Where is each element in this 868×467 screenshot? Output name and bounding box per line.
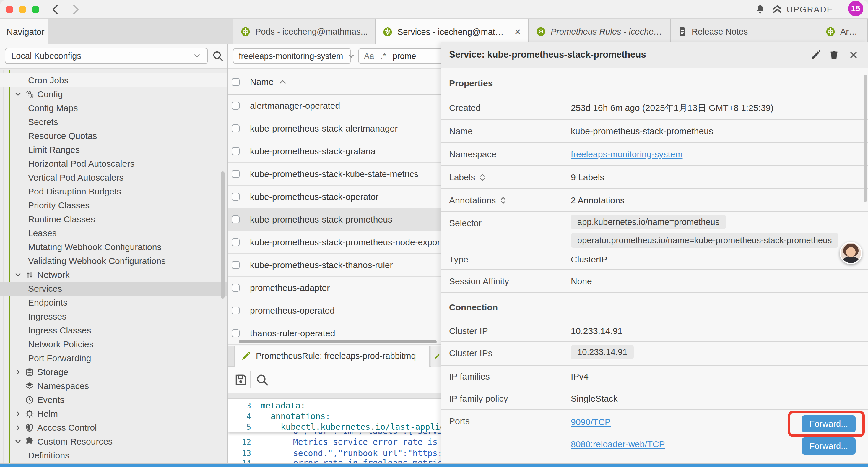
notifications-bell-icon[interactable]	[754, 4, 766, 15]
row-checkbox[interactable]	[231, 261, 240, 269]
editor-tab-next[interactable]	[431, 346, 441, 367]
row-checkbox[interactable]	[231, 284, 240, 292]
table-row[interactable]: kube-prometheus-stack-prometheus	[228, 208, 441, 231]
sidebar-item-config[interactable]: Config	[0, 87, 227, 101]
table-row[interactable]: kube-prometheus-stack-alertmanager	[228, 117, 441, 140]
tab-prometheus[interactable]: Prometheus Rules - icecheng...	[529, 19, 671, 44]
detail-scrollbar[interactable]	[864, 75, 867, 202]
sidebar-item-vertical-pod-autoscalers[interactable]: Vertical Pod Autoscalers	[0, 171, 227, 184]
table-row[interactable]: kube-prometheus-stack-grafana	[228, 140, 441, 163]
traffic-light-close[interactable]	[6, 6, 13, 13]
tab-pods[interactable]: Pods - icecheng@mathmas...	[234, 19, 375, 44]
sidebar-item-priority-classes[interactable]: Priority Classes	[0, 198, 227, 212]
sidebar-item-config-maps[interactable]: Config Maps	[0, 101, 227, 115]
table-row[interactable]: prometheus-adapter	[228, 276, 441, 299]
sidebar-item-endpoints[interactable]: Endpoints	[0, 296, 227, 310]
navigator-tab[interactable]: Navigator	[0, 19, 49, 45]
sidebar-item-leases[interactable]: Leases	[0, 226, 227, 240]
sidebar-item-storage[interactable]: Storage	[0, 365, 227, 379]
namespace-select[interactable]: freeleaps-monitoring-system	[233, 48, 351, 64]
row-checkbox[interactable]	[231, 147, 240, 155]
regex-toggle[interactable]: .*	[380, 52, 386, 61]
editor-search-icon[interactable]	[255, 373, 269, 387]
detail-value: IPv4	[571, 366, 589, 387]
row-checkbox[interactable]	[231, 238, 240, 246]
sidebar-item-mutating-webhook-configurations[interactable]: Mutating Webhook Configurations	[0, 240, 227, 254]
sidebar-item-limit-ranges[interactable]: Limit Ranges	[0, 143, 227, 157]
sidebar-item-resource-quotas[interactable]: Resource Quotas	[0, 129, 227, 143]
table-row[interactable]: prometheus-operated	[228, 299, 441, 322]
forward-arrow-icon[interactable]	[70, 4, 82, 16]
select-all-checkbox[interactable]	[231, 78, 240, 86]
match-case-toggle[interactable]: Aa	[364, 52, 374, 61]
resource-search-input[interactable]: Aa .* prome	[358, 48, 447, 64]
sidebar-item-secrets[interactable]: Secrets	[0, 115, 227, 129]
table-row[interactable]: alertmanager-operated	[228, 95, 441, 117]
editor-tab-prometheusrule[interactable]: PrometheusRule: freeleaps-prod-rabbitmq	[234, 346, 430, 367]
tab-release[interactable]: Release Notes	[671, 19, 818, 44]
sidebar-item-network-policies[interactable]: Network Policies	[0, 337, 227, 351]
edit-pencil-icon[interactable]	[809, 49, 822, 61]
detail-value[interactable]: freeleaps-monitoring-system	[571, 143, 682, 166]
line-number: 4	[228, 412, 251, 421]
row-checkbox[interactable]	[231, 307, 240, 315]
row-checkbox[interactable]	[231, 329, 240, 337]
chevron-down-icon[interactable]	[13, 90, 23, 99]
sidebar-search-icon[interactable]	[211, 49, 224, 63]
horizontal-scrollbar[interactable]	[239, 340, 437, 344]
delete-trash-icon[interactable]	[828, 49, 840, 61]
sidebar-item-namespaces[interactable]: Namespaces	[0, 379, 227, 393]
table-row[interactable]: kube-prometheus-stack-kube-state-metrics	[228, 163, 441, 185]
port-link[interactable]: 9090/TCP	[571, 417, 611, 427]
kubeconfig-select[interactable]: Local Kubeconfigs	[5, 48, 208, 64]
chevron-right-icon[interactable]	[13, 409, 23, 418]
sidebar-item-network[interactable]: Network	[0, 268, 227, 282]
table-row[interactable]: kube-prometheus-stack-prometheus-node-ex…	[228, 231, 441, 254]
sidebar-item-ingress-classes[interactable]: Ingress Classes	[0, 323, 227, 337]
sidebar-item-horizontal-pod-autoscalers[interactable]: Horizontal Pod Autoscalers	[0, 157, 227, 171]
close-tab-icon[interactable]: ✕	[514, 27, 521, 37]
sidebar-item-ingresses[interactable]: Ingresses	[0, 310, 227, 323]
chevron-right-icon[interactable]	[13, 368, 23, 377]
row-checkbox[interactable]	[231, 193, 240, 201]
sidebar-item-pod-disruption-budgets[interactable]: Pod Disruption Budgets	[0, 184, 227, 198]
table-row[interactable]: kube-prometheus-stack-thanos-ruler	[228, 254, 441, 276]
sort-updown-icon[interactable]	[479, 173, 486, 182]
sidebar-item-validating-webhook-configurations[interactable]: Validating Webhook Configurations	[0, 254, 227, 268]
sidebar-item-port-forwarding[interactable]: Port Forwarding	[0, 351, 227, 365]
sidebar-item-helm[interactable]: Helm	[0, 407, 227, 420]
sidebar-scrollbar[interactable]	[221, 171, 224, 298]
sidebar-item-custom-resources[interactable]: Custom Resources	[0, 435, 227, 448]
back-arrow-icon[interactable]	[50, 4, 61, 16]
forward-button[interactable]: Forward...	[802, 437, 856, 455]
sidebar-item-events[interactable]: Events	[0, 393, 227, 407]
yaml-editor[interactable]: 0","for":"1m","labels":{"service":"f12Me…	[228, 399, 441, 467]
save-icon[interactable]	[234, 373, 248, 387]
traffic-light-zoom[interactable]	[32, 6, 39, 13]
tab-argo[interactable]: Argo Se	[818, 19, 868, 44]
sidebar-item-services[interactable]: Services	[0, 282, 227, 296]
sort-updown-icon[interactable]	[500, 196, 506, 205]
row-checkbox[interactable]	[231, 170, 240, 178]
table-row[interactable]: kube-prometheus-stack-operator	[228, 185, 441, 208]
sidebar-item-definitions[interactable]: Definitions	[0, 448, 227, 462]
namespace-link[interactable]: freeleaps-monitoring-system	[571, 149, 682, 159]
avatar[interactable]	[840, 242, 862, 264]
row-checkbox[interactable]	[231, 124, 240, 133]
chevron-down-icon[interactable]	[13, 437, 23, 446]
sidebar-item-cron-jobs[interactable]: Cron Jobs	[0, 73, 227, 87]
upgrade-button[interactable]: UPGRADE	[772, 0, 833, 19]
chevron-right-icon[interactable]	[13, 423, 23, 432]
sidebar-item-access-control[interactable]: Access Control	[0, 420, 227, 435]
row-checkbox[interactable]	[231, 215, 240, 224]
tab-services[interactable]: Services - icecheng@math...✕	[375, 19, 529, 45]
name-column-header[interactable]: Name	[250, 77, 286, 87]
sidebar-item-runtime-classes[interactable]: Runtime Classes	[0, 212, 227, 226]
chevron-down-icon[interactable]	[13, 270, 23, 279]
detail-label: Cluster IP	[449, 320, 488, 342]
port-link[interactable]: 8080:reloader-web/TCP	[571, 439, 665, 449]
traffic-light-minimize[interactable]	[19, 6, 26, 13]
notification-count-badge[interactable]: 15	[848, 1, 863, 16]
close-icon[interactable]	[847, 49, 860, 61]
row-checkbox[interactable]	[231, 102, 240, 110]
